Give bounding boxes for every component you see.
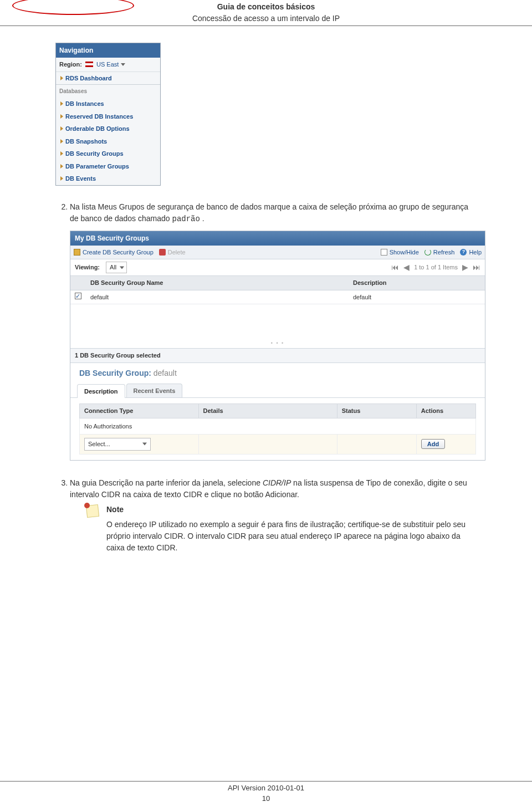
nav-item-reserved-db[interactable]: Reserved DB Instances — [56, 110, 160, 123]
caret-icon — [60, 139, 63, 144]
help-label: Help — [469, 248, 482, 257]
toolbar-left: Create DB Security Group Delete — [74, 248, 186, 257]
details-table: Connection Type Details Status Actions N… — [79, 404, 476, 454]
pager-first-icon[interactable]: ⏮ — [391, 262, 399, 273]
nav-item-label: DB Events — [65, 174, 96, 183]
showhide-button[interactable]: Show/Hide — [381, 248, 419, 257]
step-2-text-a: Na lista Meus Grupos de segurança de ban… — [70, 202, 468, 223]
page-number: 10 — [0, 793, 532, 804]
navigation-panel: Navigation Region: US East RDS Dashboard… — [55, 43, 161, 186]
region-flag-icon — [85, 62, 93, 67]
footer-rule — [0, 781, 532, 782]
nav-title: Navigation — [56, 43, 160, 58]
table-spacer: • • • — [70, 304, 485, 349]
toolbar-right: Show/Hide Refresh ?Help — [381, 248, 482, 257]
step-list: Na lista Meus Grupos de segurança de ban… — [55, 201, 477, 554]
step-2-code: padrão — [172, 215, 200, 223]
region-value: US East — [96, 60, 119, 69]
api-version: API Version 2010-01-01 — [0, 783, 532, 794]
nav-item-rds-dashboard[interactable]: RDS Dashboard — [56, 72, 160, 85]
viewing-value: All — [110, 264, 116, 270]
sg-panel-title: My DB Security Groups — [70, 231, 485, 246]
step-2: Na lista Meus Grupos de segurança de ban… — [70, 201, 477, 461]
nav-item-db-events[interactable]: DB Events — [56, 172, 160, 185]
details-area: Connection Type Details Status Actions N… — [70, 398, 485, 460]
refresh-button[interactable]: Refresh — [424, 248, 455, 257]
content-area: Navigation Region: US East RDS Dashboard… — [0, 43, 532, 554]
help-icon: ? — [460, 249, 467, 256]
no-auth-cell: No Authorizations — [80, 418, 476, 435]
refresh-icon — [424, 249, 431, 256]
table-row[interactable]: default default — [70, 290, 485, 304]
note-text: O endereço IP utilizado no exemplo a seg… — [106, 519, 477, 554]
nav-section-databases: Databases — [56, 85, 160, 98]
step-2-text-b: . — [200, 214, 204, 223]
refresh-label: Refresh — [433, 248, 455, 257]
nav-item-orderable-db[interactable]: Orderable DB Options — [56, 122, 160, 135]
pager-prev-icon[interactable]: ◀ — [403, 262, 410, 273]
select-value: Select... — [88, 441, 110, 447]
pager-last-icon[interactable]: ⏭ — [473, 262, 480, 273]
nav-region-row: Region: US East — [56, 58, 160, 72]
page-footer: API Version 2010-01-01 10 — [0, 781, 532, 804]
row-checkbox[interactable] — [75, 293, 81, 299]
caret-icon — [60, 164, 63, 168]
add-button[interactable]: Add — [421, 439, 445, 449]
step-3: Na guia Descrição na parte inferior da j… — [70, 477, 477, 554]
nav-item-label: DB Snapshots — [65, 137, 107, 146]
chevron-down-icon — [121, 63, 125, 66]
nav-item-label: DB Security Groups — [65, 149, 124, 159]
tab-recent-events[interactable]: Recent Events — [126, 384, 183, 398]
nav-item-db-snapshots[interactable]: DB Snapshots — [56, 135, 160, 148]
nav-item-db-instances[interactable]: DB Instances — [56, 98, 160, 110]
nav-item-label: RDS Dashboard — [65, 74, 112, 83]
tab-description[interactable]: Description — [77, 384, 125, 399]
note-title: Note — [106, 504, 477, 515]
sg-toolbar: Create DB Security Group Delete Show/Hid… — [70, 246, 485, 260]
security-groups-panel: My DB Security Groups Create DB Security… — [70, 231, 485, 461]
note-pin-icon — [84, 503, 90, 508]
checkbox-header — [70, 276, 86, 290]
add-row: Select... Add — [80, 435, 476, 454]
region-label: Region: — [59, 60, 82, 69]
viewing-label: Viewing: — [75, 264, 100, 270]
cell-name: default — [86, 290, 349, 304]
page-header: Guia de conceitos básicos Concessão de a… — [0, 0, 532, 24]
nav-item-db-parameter-groups[interactable]: DB Parameter Groups — [56, 160, 160, 173]
caret-icon — [60, 101, 63, 106]
nav-item-db-security-groups[interactable]: DB Security Groups — [56, 147, 160, 160]
nav-item-label: DB Parameter Groups — [65, 162, 129, 171]
delete-button[interactable]: Delete — [159, 248, 186, 257]
step-3-text-a: Na guia Descrição na parte inferior da j… — [70, 478, 263, 487]
sg-viewing-row: Viewing: All ⏮ ◀ 1 to 1 of 1 Items ▶ ⏭ — [70, 259, 485, 276]
caret-icon — [60, 151, 63, 156]
selected-summary: 1 DB Security Group selected — [70, 349, 485, 363]
caret-icon — [60, 176, 63, 181]
connection-type-select[interactable]: Select... — [84, 438, 151, 451]
header-title: Guia de conceitos básicos — [0, 1, 532, 13]
caret-icon — [60, 76, 63, 80]
sg-table: DB Security Group Name Description defau… — [70, 276, 485, 304]
create-icon — [74, 249, 80, 256]
dcol-connection-type: Connection Type — [80, 404, 199, 418]
pager: ⏮ ◀ 1 to 1 of 1 Items ▶ ⏭ — [391, 262, 480, 273]
pager-next-icon[interactable]: ▶ — [462, 262, 468, 273]
delete-icon — [159, 249, 166, 256]
dcol-status: Status — [337, 404, 416, 418]
help-button[interactable]: ?Help — [460, 248, 482, 257]
create-db-sg-button[interactable]: Create DB Security Group — [74, 248, 154, 257]
create-label: Create DB Security Group — [83, 248, 154, 257]
col-name: DB Security Group Name — [86, 276, 349, 290]
pager-text: 1 to 1 of 1 Items — [414, 263, 458, 272]
note-block: Note O endereço IP utilizado no exemplo … — [85, 504, 477, 554]
step-3-cidrip: CIDR/IP — [263, 478, 291, 487]
caret-icon — [60, 126, 63, 131]
note-body: Note O endereço IP utilizado no exemplo … — [106, 504, 477, 554]
cell-desc: default — [349, 290, 485, 304]
sg-tabs: Description Recent Events — [70, 384, 485, 399]
viewing-dropdown[interactable]: All — [106, 262, 127, 273]
region-select[interactable]: US East — [96, 60, 125, 69]
nav-item-label: Reserved DB Instances — [65, 112, 133, 121]
resize-dots-icon: • • • — [271, 340, 284, 348]
nav-item-label: DB Instances — [65, 99, 104, 109]
